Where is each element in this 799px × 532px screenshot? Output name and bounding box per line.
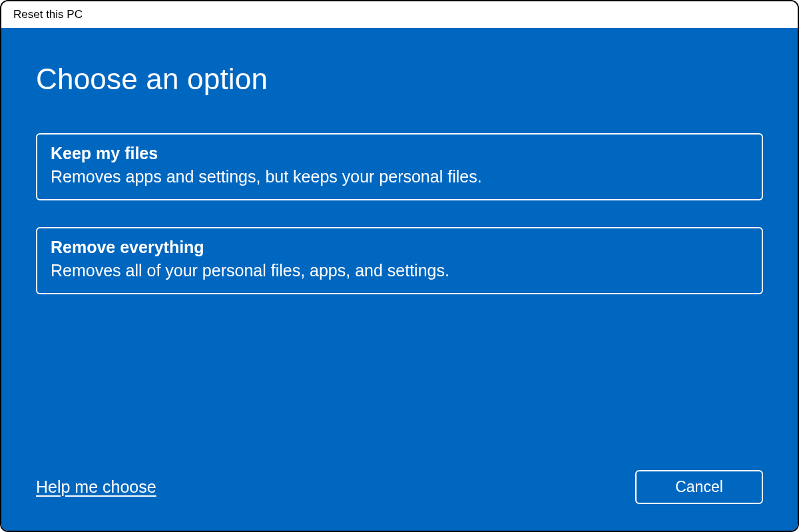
help-me-choose-link[interactable]: Help me choose (36, 477, 156, 497)
dialog-window: Reset this PC Choose an option Keep my f… (0, 0, 799, 532)
window-title: Reset this PC (13, 8, 83, 21)
titlebar: Reset this PC (1, 1, 798, 28)
dialog-footer: Help me choose Cancel (36, 470, 763, 504)
page-heading: Choose an option (36, 63, 763, 96)
options-list: Keep my files Removes apps and settings,… (36, 133, 763, 294)
option-description: Removes all of your personal files, apps… (51, 260, 748, 282)
option-keep-my-files[interactable]: Keep my files Removes apps and settings,… (36, 133, 763, 200)
option-title: Keep my files (51, 144, 748, 163)
option-description: Removes apps and settings, but keeps you… (51, 166, 748, 188)
option-title: Remove everything (51, 238, 748, 257)
dialog-content: Choose an option Keep my files Removes a… (1, 28, 798, 531)
cancel-button[interactable]: Cancel (635, 470, 763, 504)
option-remove-everything[interactable]: Remove everything Removes all of your pe… (36, 227, 763, 294)
